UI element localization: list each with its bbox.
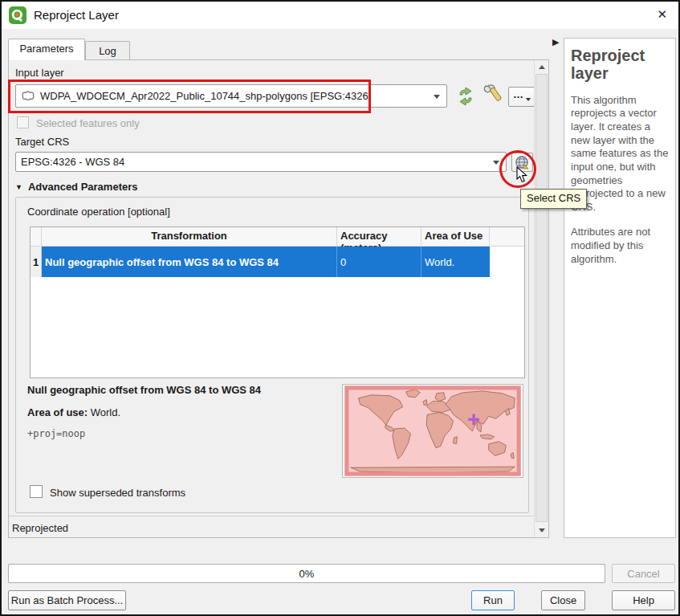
mouse-cursor-icon — [516, 166, 527, 183]
accuracy-column-header[interactable]: Accuracy (meters) — [337, 227, 421, 246]
area-column-header[interactable]: Area of Use — [421, 227, 490, 246]
chevron-down-icon — [526, 98, 531, 101]
input-layer-select[interactable]: WDPA_WDOECM_Apr2022_Public_10744_shp-pol… — [15, 84, 447, 108]
table-row[interactable]: 1 Null geographic offset from WGS 84 to … — [31, 247, 524, 277]
advanced-parameters-header[interactable]: ▼Advanced Parameters — [15, 181, 138, 193]
coordinate-operation-label: Coordinate operation [optional] — [27, 206, 170, 218]
chevron-down-icon — [434, 95, 440, 99]
arrow-up-icon — [539, 65, 545, 69]
selected-features-checkbox[interactable] — [17, 116, 29, 129]
chevron-down-icon — [493, 161, 499, 165]
target-crs-value: EPSG:4326 - WGS 84 — [21, 156, 124, 168]
advanced-parameters-label: Advanced Parameters — [28, 181, 138, 193]
run-as-batch-button[interactable]: Run as Batch Process... — [8, 590, 126, 610]
iterate-over-layer-icon[interactable] — [454, 85, 477, 108]
section-expanded-icon: ▼ — [15, 183, 22, 191]
scroll-down-button[interactable] — [535, 524, 548, 537]
help-panel: Reproject layer This algorithm reproject… — [564, 38, 676, 538]
transformation-column-header[interactable]: Transformation — [42, 227, 337, 246]
input-layer-value: WDPA_WDOECM_Apr2022_Public_10744_shp-pol… — [40, 90, 371, 102]
show-superseded-checkbox[interactable] — [30, 485, 43, 498]
window-title: Reproject Layer — [34, 8, 119, 22]
cancel-button[interactable]: Cancel — [612, 564, 675, 583]
select-crs-tooltip: Select CRS — [520, 189, 587, 209]
help-button[interactable]: Help — [612, 590, 675, 610]
accuracy-cell: 0 — [337, 247, 421, 277]
area-cell: World. — [421, 247, 490, 277]
polygon-layer-icon — [21, 90, 35, 102]
transform-detail-title: Null geographic offset from WGS 84 to WG… — [27, 384, 261, 396]
header-filler — [490, 227, 524, 246]
browse-options-button[interactable]: … — [508, 87, 535, 107]
advanced-options-wrench-icon[interactable] — [483, 84, 505, 108]
arrow-down-icon — [539, 528, 545, 532]
close-button[interactable]: Close — [541, 590, 585, 610]
help-paragraph: Attributes are not modified by this algo… — [571, 226, 669, 266]
transformation-cell: Null geographic offset from WGS 84 to WG… — [42, 247, 337, 277]
scroll-up-button[interactable] — [535, 60, 548, 74]
row-number: 1 — [31, 247, 42, 277]
output-layer-label: Reprojected — [12, 522, 68, 534]
scrollbar-thumb[interactable] — [535, 74, 548, 522]
proj-string: +proj=noop — [27, 428, 85, 439]
progress-bar: 0% — [8, 564, 605, 583]
parameters-pane: Input layer WDPA_WDOECM_Apr2022_Public_1… — [8, 59, 549, 538]
tab-log[interactable]: Log — [85, 41, 130, 60]
qgis-logo-icon — [9, 6, 26, 24]
target-crs-label: Target CRS — [15, 136, 69, 148]
collapse-panel-icon[interactable]: ▶ — [552, 37, 559, 47]
run-button[interactable]: Run — [471, 590, 515, 610]
target-crs-select[interactable]: EPSG:4326 - WGS 84 — [15, 152, 507, 172]
table-header-row: Transformation Accuracy (meters) Area of… — [31, 227, 524, 247]
input-layer-label: Input layer — [15, 67, 64, 79]
world-map-image — [344, 386, 522, 476]
vertical-scrollbar[interactable] — [534, 60, 548, 537]
coordinate-operation-group: Coordinate operation [optional] Transfor… — [15, 197, 529, 513]
close-icon[interactable]: ✕ — [657, 7, 667, 22]
ellipsis-icon: … — [513, 88, 523, 100]
transforms-table: Transformation Accuracy (meters) Area of… — [30, 226, 525, 378]
area-of-use-map — [342, 384, 523, 478]
row-number-header — [31, 227, 42, 246]
title-bar: Reproject Layer ✕ — [2, 2, 678, 29]
area-of-use-value: World. — [88, 406, 120, 418]
help-title: Reproject layer — [571, 47, 669, 83]
selected-features-label: Selected features only — [36, 117, 140, 129]
area-of-use-label: Area of use: — [27, 406, 88, 418]
dialog-window: Reproject Layer ✕ Parameters Log ▶ Input… — [0, 0, 680, 616]
transform-area-of-use: Area of use: World. — [27, 406, 120, 418]
tab-parameters[interactable]: Parameters — [8, 39, 85, 60]
show-superseded-label: Show superseded transforms — [50, 487, 185, 499]
separator — [9, 516, 548, 516]
